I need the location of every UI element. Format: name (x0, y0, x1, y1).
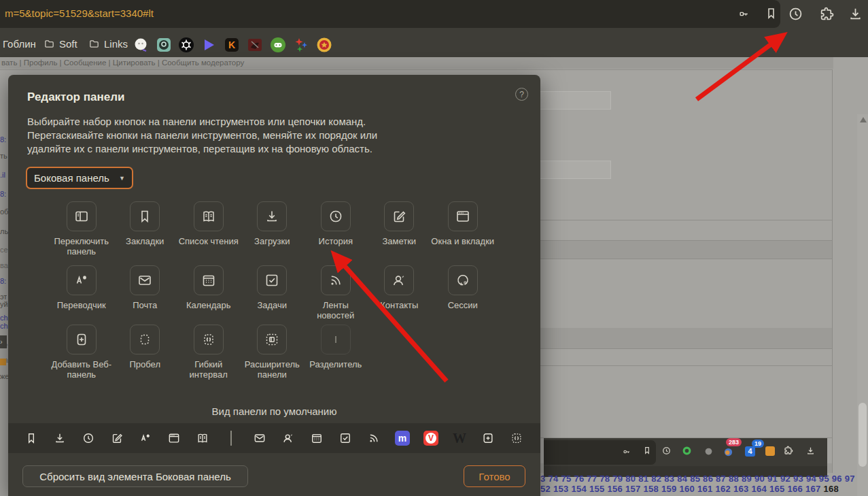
panel-item-notes[interactable]: Заметки (368, 201, 432, 257)
preview-contacts-icon[interactable] (274, 431, 302, 445)
favicon-warsite[interactable] (247, 37, 263, 53)
preview-window-icon[interactable] (160, 431, 188, 445)
bookmark-label: Гоблин (3, 38, 36, 50)
form-field[interactable] (539, 91, 611, 110)
chevron-down-icon: ▼ (119, 175, 125, 182)
description-line: Перетаскивайте кнопки на панели инструме… (27, 129, 421, 142)
preview-separator[interactable] (217, 431, 245, 446)
page-text-fragment: .il (0, 171, 5, 179)
favicon-podcast[interactable] (156, 37, 172, 53)
panel-item-label: Добавить Веб-панель (50, 359, 114, 380)
grid-row-1: Переключить панель Закладки Список чтени… (50, 201, 495, 257)
preview-tasks-icon[interactable] (331, 431, 360, 445)
panel-item-panel-expander[interactable]: Расширитель панели (241, 325, 305, 380)
dropdown-value: Боковая панель (34, 172, 109, 184)
preview-mastodon-icon[interactable]: m (388, 431, 417, 446)
bookmark-page-icon[interactable] (764, 6, 778, 20)
panel-item-history[interactable]: История (304, 201, 368, 257)
shot-extension-orange (765, 446, 775, 456)
panel-item-bookmarks[interactable]: Закладки (114, 201, 177, 257)
grid-row-3: Добавить Веб-панель Пробел Гибкий интерв… (50, 325, 495, 380)
form-field[interactable] (539, 161, 611, 179)
panel-editor-dialog: Редактор панели ? Выбирайте набор кнопок… (8, 75, 540, 496)
panel-item-flexible-space[interactable]: Гибкий интервал (177, 325, 241, 380)
done-button[interactable]: Готово (464, 465, 525, 487)
forum-action-row: вать | Профиль | Сообщение | Цитировать … (0, 57, 833, 69)
panel-item-mail[interactable]: Почта (114, 265, 177, 320)
panel-item-separator[interactable]: Разделитель (304, 325, 368, 380)
reset-toolbar-button[interactable]: Сбросить вид элемента Боковая панель (22, 465, 248, 487)
panel-item-contacts[interactable]: Контакты (368, 265, 432, 320)
panel-item-label: Расширитель панели (241, 359, 305, 380)
panel-item-label: Ленты новостей (304, 300, 368, 320)
window-icon (448, 201, 478, 231)
scrollbar-up-arrow[interactable] (860, 117, 867, 122)
post-header-band (539, 328, 832, 348)
preview-calendar-icon[interactable] (302, 431, 331, 445)
preview-vivaldi-icon[interactable]: V (417, 431, 445, 446)
separator-bar-icon (321, 325, 351, 354)
preview-rss-icon[interactable] (360, 431, 388, 445)
grid-row-2: Переводчик Почта Календарь Задачи Ленты … (50, 265, 495, 320)
history-clock-button[interactable] (787, 5, 804, 22)
panel-item-downloads[interactable]: Загрузки (241, 201, 305, 257)
preview-add-web-panel-icon[interactable] (474, 431, 502, 445)
passwords-key-icon[interactable] (738, 8, 750, 20)
panel-item-sessions[interactable]: Сессии (431, 265, 495, 320)
bookmark-label: Soft (59, 38, 77, 50)
page-text-fragment: об (0, 208, 8, 216)
panel-item-add-web-panel[interactable]: Добавить Веб-панель (50, 325, 114, 380)
panel-item-toggle-panel[interactable]: Переключить панель (50, 201, 114, 257)
embedded-toolbar-screenshot: 283 4 19 (544, 438, 827, 477)
preview-history-clock-icon[interactable] (74, 431, 103, 445)
preview-translate-icon[interactable] (131, 431, 160, 445)
favicon-openai[interactable] (178, 37, 194, 53)
help-button[interactable]: ? (515, 88, 528, 101)
preview-notes-icon[interactable] (103, 431, 131, 445)
panel-item-translate[interactable]: Переводчик (50, 265, 114, 320)
panel-item-label: Окна и вкладки (431, 236, 495, 246)
shot-badge-19: 19 (752, 440, 764, 448)
bookmark-folder-links[interactable]: Links (88, 35, 128, 52)
panel-item-windows-tabs[interactable]: Окна и вкладки (431, 201, 495, 257)
favicon-ghost[interactable] (133, 37, 150, 53)
preview-download-icon[interactable] (46, 431, 74, 445)
panel-item-label: Список чтения (177, 236, 241, 246)
preview-bookmark-icon[interactable] (17, 431, 46, 445)
favicon-kinozal[interactable]: K (224, 37, 240, 53)
panel-item-reading-list[interactable]: Список чтения (177, 201, 241, 257)
url-text[interactable]: m=5&topic=51529&start=3340#lt (5, 7, 154, 19)
panel-item-label: Почта (114, 300, 177, 310)
divider (539, 259, 832, 259)
toolbar-select-dropdown[interactable]: Боковая панель ▼ (26, 167, 133, 189)
favicon-play[interactable] (201, 37, 217, 53)
panel-item-feeds[interactable]: Ленты новостей (304, 265, 368, 320)
panel-item-space[interactable]: Пробел (114, 325, 177, 380)
favicon-stars[interactable] (293, 37, 309, 53)
shot-extension-4pda: 4 (745, 446, 755, 457)
panel-item-calendar[interactable]: Календарь (177, 265, 241, 320)
default-panel-preview-bar: m V W (8, 423, 540, 453)
bookmark-item-goblin[interactable]: Гоблин (3, 35, 36, 52)
preview-flexible-space-icon[interactable] (502, 431, 531, 445)
panel-expander-icon (257, 325, 287, 354)
panel-toggle-icon (67, 201, 97, 231)
shot-key-icon (622, 447, 631, 459)
extensions-puzzle-button[interactable] (818, 5, 835, 22)
preview-wikipedia-icon[interactable]: W (445, 431, 474, 446)
pagination-links[interactable]: 52 153 154 155 156 157 158 159 160 161 1… (540, 484, 824, 494)
preview-mail-icon[interactable] (245, 431, 274, 445)
sidebar-divider (832, 69, 833, 473)
favicon-games[interactable] (270, 37, 286, 53)
pagination-row-2[interactable]: 52 153 154 155 156 157 158 159 160 161 1… (540, 484, 839, 494)
scrollbar-thumb[interactable] (858, 403, 867, 467)
description-line: Выбирайте набор кнопок на панели инструм… (27, 115, 421, 129)
pagination-row-1[interactable]: 3 74 75 76 77 78 79 80 81 82 83 84 85 86… (540, 474, 868, 484)
downloads-button[interactable] (847, 5, 864, 22)
favicon-emblem[interactable] (316, 37, 332, 53)
preview-reading-list-icon[interactable] (188, 431, 217, 445)
bookmark-folder-soft[interactable]: Soft (44, 35, 77, 52)
panel-item-tasks[interactable]: Задачи (241, 265, 305, 320)
shot-extension-gray (704, 446, 713, 459)
address-bar[interactable]: m=5&topic=51529&start=3340#lt (0, 0, 780, 28)
